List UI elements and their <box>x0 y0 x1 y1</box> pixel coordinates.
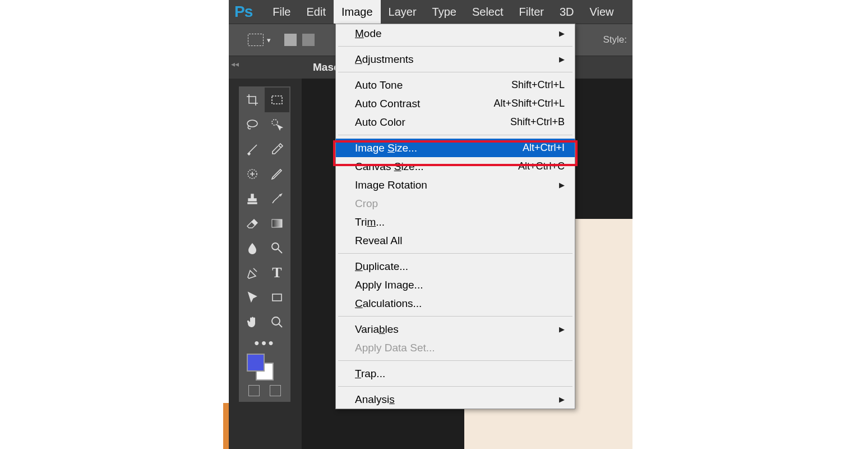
crop-tool-icon[interactable] <box>240 88 265 112</box>
submenu-arrow-icon: ▶ <box>559 325 565 333</box>
pen-tool-icon[interactable] <box>240 260 265 285</box>
menu-select[interactable]: Select <box>464 0 511 24</box>
menu-separator <box>338 386 572 387</box>
chevron-down-icon[interactable]: ▾ <box>267 36 271 44</box>
menu-separator <box>338 253 572 254</box>
menu-filter[interactable]: Filter <box>511 0 552 24</box>
menu-view[interactable]: View <box>582 0 622 24</box>
menu-3d[interactable]: 3D <box>552 0 582 24</box>
menu-variables[interactable]: Variables▶ <box>336 320 575 338</box>
foreground-color-icon[interactable] <box>247 354 265 372</box>
pencil-tool-icon[interactable] <box>265 162 289 186</box>
submenu-arrow-icon: ▶ <box>559 181 565 189</box>
quick-select-tool-icon[interactable] <box>265 112 289 137</box>
marquee-tool-icon[interactable] <box>265 88 289 112</box>
menu-edit[interactable]: Edit <box>298 0 333 24</box>
lasso-tool-icon[interactable] <box>240 112 265 137</box>
menu-apply-data-set: Apply Data Set... <box>336 338 575 357</box>
hand-tool-icon[interactable] <box>240 310 265 335</box>
menu-adjustments[interactable]: Adjustments▶ <box>336 50 575 68</box>
stamp-tool-icon[interactable] <box>240 186 265 211</box>
menu-canvas-size[interactable]: Canvas Size...Alt+Ctrl+C <box>336 157 575 176</box>
menu-calculations[interactable]: Calculations... <box>336 294 575 313</box>
color-swatch[interactable] <box>240 351 289 383</box>
eyedropper-tool-icon[interactable] <box>265 137 289 162</box>
menu-type[interactable]: Type <box>424 0 464 24</box>
menu-image-rotation[interactable]: Image Rotation▶ <box>336 176 575 194</box>
eraser-tool-icon[interactable] <box>240 211 265 236</box>
menu-image-size[interactable]: Image Size...Alt+Ctrl+I <box>336 139 575 157</box>
type-tool-icon[interactable]: T <box>265 260 289 285</box>
menu-reveal-all[interactable]: Reveal All <box>336 231 575 250</box>
menu-duplicate[interactable]: Duplicate... <box>336 257 575 276</box>
menu-analysis[interactable]: Analysis▶ <box>336 390 575 409</box>
marquee-icon <box>248 34 264 46</box>
menu-separator <box>338 46 572 47</box>
svg-point-7 <box>272 317 280 325</box>
menu-crop: Crop <box>336 194 575 213</box>
image-menu-dropdown: Mode▶ Adjustments▶ Auto ToneShift+Ctrl+L… <box>335 24 575 409</box>
svg-point-5 <box>272 243 279 250</box>
menu-auto-contrast[interactable]: Auto ContrastAlt+Shift+Ctrl+L <box>336 94 575 113</box>
zoom-tool-icon[interactable] <box>265 310 289 335</box>
svg-point-1 <box>247 120 257 127</box>
panel-collapse-icon[interactable]: ◂◂ <box>231 59 239 68</box>
history-brush-tool-icon[interactable] <box>265 186 289 211</box>
menu-separator <box>338 135 572 135</box>
slice-tool-icon[interactable] <box>240 137 265 162</box>
svg-rect-0 <box>272 96 282 104</box>
menu-separator <box>338 72 572 72</box>
menu-auto-tone[interactable]: Auto ToneShift+Ctrl+L <box>336 76 575 94</box>
menu-image[interactable]: Image <box>334 0 381 24</box>
submenu-arrow-icon: ▶ <box>559 395 565 404</box>
menu-trap[interactable]: Trap... <box>336 364 575 383</box>
rectangle-tool-icon[interactable] <box>265 285 289 310</box>
mode-new-icon[interactable] <box>284 34 297 46</box>
menu-auto-color[interactable]: Auto ColorShift+Ctrl+B <box>336 113 575 131</box>
decoration-bar <box>223 403 229 449</box>
menu-separator <box>338 360 572 361</box>
style-label: Style: <box>603 34 627 45</box>
mode-add-icon[interactable] <box>302 34 315 46</box>
app-logo: Ps <box>234 3 252 21</box>
more-tools-icon[interactable]: ●●● <box>240 335 289 351</box>
svg-rect-4 <box>272 219 282 227</box>
dodge-tool-icon[interactable] <box>265 236 289 260</box>
menu-layer[interactable]: Layer <box>381 0 424 24</box>
menu-trim[interactable]: Trim... <box>336 213 575 231</box>
svg-rect-6 <box>273 294 281 301</box>
menu-separator <box>338 316 572 317</box>
blur-tool-icon[interactable] <box>240 236 265 260</box>
toolbox: T ●●● <box>239 86 290 402</box>
submenu-arrow-icon: ▶ <box>559 55 565 63</box>
menu-apply-image[interactable]: Apply Image... <box>336 276 575 294</box>
submenu-arrow-icon: ▶ <box>559 29 565 38</box>
menu-mode[interactable]: Mode▶ <box>336 24 575 43</box>
menubar: Ps File Edit Image Layer Type Select Fil… <box>229 0 632 24</box>
screen-mode-icons[interactable] <box>240 383 289 401</box>
menu-file[interactable]: File <box>265 0 298 24</box>
gradient-tool-icon[interactable] <box>265 211 289 236</box>
healing-tool-icon[interactable] <box>240 162 265 186</box>
path-select-tool-icon[interactable] <box>240 285 265 310</box>
